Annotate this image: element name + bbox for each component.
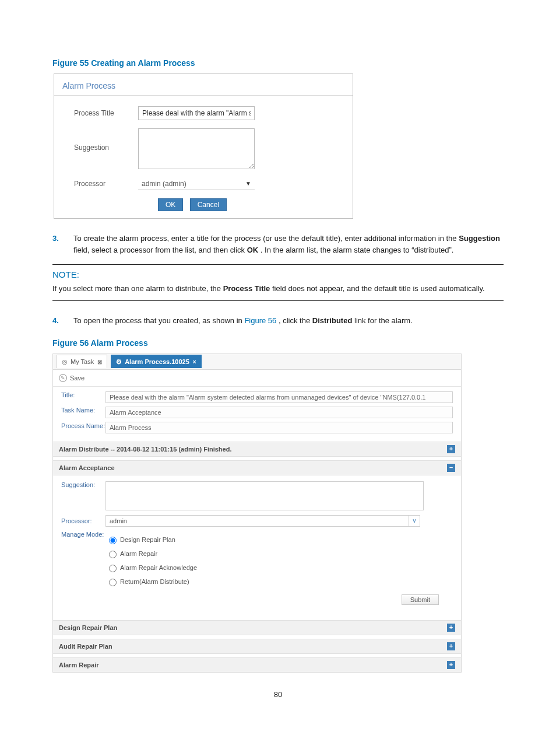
section-alarm-repair[interactable]: Alarm Repair + [53,657,461,672]
section-design-repair-plan[interactable]: Design Repair Plan + [53,620,461,635]
collapse-icon[interactable]: + [447,661,455,669]
radio-alarm-repair[interactable]: Alarm Repair [106,549,453,558]
acceptance-body: Suggestion: Processor: admin v Manage Mo… [53,475,461,617]
save-button[interactable]: ✎ Save [59,374,85,382]
suggestion2-textarea[interactable] [105,481,424,510]
tabstrip: ◎ My Task ⊠ ⚙ Alarm Process.10025 × [53,354,461,370]
suggestion-textarea[interactable] [138,128,255,169]
taskname-input[interactable] [105,407,453,418]
note-block: NOTE: If you select more than one alarm … [52,264,504,301]
collapse-icon[interactable]: + [447,445,455,453]
manage-mode-label: Manage Mode: [61,530,105,591]
chevron-down-icon: ▼ [245,178,251,190]
radio-alarm-repair-ack[interactable]: Alarm Repair Acknowledge [106,563,453,572]
close-icon[interactable]: ⊠ [97,359,102,365]
tab-alarm-process[interactable]: ⚙ Alarm Process.10025 × [111,355,202,368]
figure-56-caption: Figure 56 Alarm Process [52,338,504,348]
section-audit-repair-plan[interactable]: Audit Repair Plan + [53,639,461,654]
step-4: 4. To open the process that you created,… [52,315,504,327]
suggestion2-label: Suggestion: [61,481,105,512]
ok-button[interactable]: OK [158,198,183,211]
title-input[interactable] [105,391,453,403]
cancel-button[interactable]: Cancel [190,198,227,211]
procname-label: Process Name: [61,422,105,433]
section-alarm-distribute[interactable]: Alarm Distribute -- 2014-08-12 11:01:15 … [53,442,461,457]
taskname-label: Task Name: [61,407,105,418]
tab-my-task[interactable]: ◎ My Task ⊠ [57,355,107,368]
save-icon: ✎ [59,374,67,382]
step-3-number: 3. [52,233,73,256]
radio-input[interactable] [109,551,117,558]
figure-55-caption: Figure 55 Creating an Alarm Process [52,58,504,68]
title-label: Title: [61,391,105,403]
dialog-title: Alarm Process [54,74,353,96]
radio-input[interactable] [109,565,117,572]
note-heading: NOTE: [52,270,504,279]
radio-design-repair-plan[interactable]: Design Repair Plan [106,535,453,544]
processor2-select[interactable]: admin v [105,515,420,527]
gear-icon: ⚙ [116,358,122,366]
radio-return[interactable]: Return(Alarm Distribute) [106,577,453,586]
processor-value: admin (admin) [142,178,186,190]
submit-button[interactable]: Submit [402,594,439,605]
suggestion-label: Suggestion [74,128,138,152]
page-number: 80 [52,690,504,699]
processor-label: Processor [74,180,138,188]
figure-56-link[interactable]: Figure 56 [244,316,276,325]
step-3: 3. To create the alarm process, enter a … [52,233,504,256]
radio-input[interactable] [109,579,117,586]
process-title-input[interactable] [138,106,255,120]
collapse-icon[interactable]: – [447,464,455,472]
collapse-icon[interactable]: + [447,624,455,632]
processor-select[interactable]: admin (admin) ▼ [138,177,255,190]
radio-input[interactable] [109,537,117,544]
cog-icon: ◎ [62,358,68,366]
toolbar: ✎ Save [53,370,461,387]
alarm-process-panel: ◎ My Task ⊠ ⚙ Alarm Process.10025 × ✎ Sa… [52,354,462,673]
collapse-icon[interactable]: + [447,642,455,650]
process-title-label: Process Title [74,109,138,117]
chevron-down-icon: v [409,516,420,526]
close-icon[interactable]: × [193,359,196,365]
processor2-label: Processor: [61,517,105,524]
step-4-number: 4. [52,315,73,327]
section-alarm-acceptance[interactable]: Alarm Acceptance – [53,460,461,475]
procname-input[interactable] [105,422,453,433]
alarm-process-dialog: Alarm Process Process Title Suggestion P… [54,74,353,219]
